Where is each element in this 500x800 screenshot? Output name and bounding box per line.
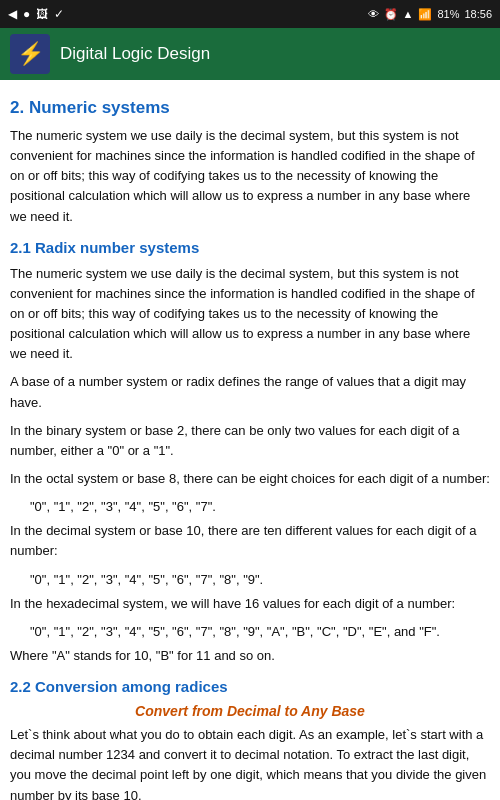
- time-label: 18:56: [464, 8, 492, 20]
- alarm-icon: ⏰: [384, 8, 398, 21]
- radix-def-para: A base of a number system or radix defin…: [10, 372, 490, 412]
- hex-para: In the hexadecimal system, we will have …: [10, 594, 490, 614]
- sub2-title: 2.2 Conversion among radices: [10, 678, 490, 695]
- status-left-icons: ◀ ● 🖼 ✓: [8, 7, 64, 21]
- binary-para: In the binary system or base 2, there ca…: [10, 421, 490, 461]
- battery-label: 81%: [437, 8, 459, 20]
- decimal-values: "0", "1", "2", "3", "4", "5", "6", "7", …: [30, 570, 490, 590]
- convert-heading: Convert from Decimal to Any Base: [10, 703, 490, 719]
- hex-values: "0", "1", "2", "3", "4", "5", "6", "7", …: [30, 622, 490, 642]
- app-title: Digital Logic Design: [60, 44, 210, 64]
- content-area: 2. Numeric systems The numeric system we…: [0, 80, 500, 800]
- signal-icon: 📶: [418, 8, 432, 21]
- octal-para: In the octal system or base 8, there can…: [10, 469, 490, 489]
- wifi-icon: ▲: [403, 8, 414, 20]
- where-para: Where "A" stands for 10, "B" for 11 and …: [10, 646, 490, 666]
- convert-intro-para: Let`s think about what you do to obtain …: [10, 725, 490, 800]
- decimal-para: In the decimal system or base 10, there …: [10, 521, 490, 561]
- image-icon: 🖼: [36, 7, 48, 21]
- sub1-intro-para: The numeric system we use daily is the d…: [10, 264, 490, 365]
- intro-para: The numeric system we use daily is the d…: [10, 126, 490, 227]
- app-bar: ⚡ Digital Logic Design: [0, 28, 500, 80]
- section-title: 2. Numeric systems: [10, 98, 490, 118]
- sub1-title: 2.1 Radix number systems: [10, 239, 490, 256]
- app-icon: ⚡: [10, 34, 50, 74]
- eye-icon: 👁: [368, 8, 379, 20]
- back-icon: ◀: [8, 7, 17, 21]
- circle-icon: ●: [23, 7, 30, 21]
- octal-values: "0", "1", "2", "3", "4", "5", "6", "7".: [30, 497, 490, 517]
- status-bar: ◀ ● 🖼 ✓ 👁 ⏰ ▲ 📶 81% 18:56: [0, 0, 500, 28]
- check-icon: ✓: [54, 7, 64, 21]
- status-right-icons: 👁 ⏰ ▲ 📶 81% 18:56: [368, 8, 492, 21]
